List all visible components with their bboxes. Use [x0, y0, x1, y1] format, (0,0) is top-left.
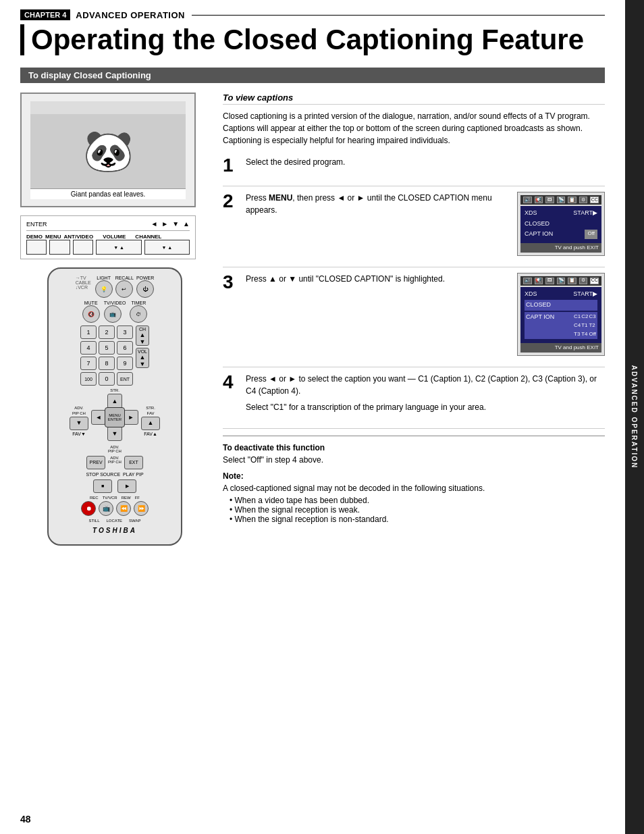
caption-label-2: CAPT ION — [526, 313, 554, 338]
section-bar: To display Closed Captioning — [20, 68, 605, 83]
rew-btn[interactable]: ⏪ — [116, 501, 131, 516]
note-intro: A closed-captioned signal may not be dec… — [223, 484, 605, 493]
nav-diamond: ▲ ▼ ◄ ► MENUENTER — [91, 394, 138, 441]
stop-play-row: STOP SOURCE PLAY PIP — [54, 472, 176, 477]
simple-remote-panel: ENTER ◄ ► ▼ ▲ DEMO MENU ANT/VIDEO VOLUME… — [20, 215, 196, 259]
deactivate-text: Select "Off" in step 4 above. — [223, 455, 605, 465]
rec-label: REC — [90, 496, 99, 500]
menu-xds-row-2: XDS START▶ — [525, 290, 597, 299]
divider-1 — [223, 186, 605, 186]
num-7[interactable]: 7 — [80, 357, 97, 370]
c3: C3 — [589, 313, 596, 321]
note-item-1: When a video tape has been dubbed. — [230, 496, 605, 505]
ent-btn[interactable]: ENT — [117, 372, 133, 386]
ff-btn[interactable]: ⏩ — [134, 501, 149, 516]
tvvideo-label: TV/VIDEO — [104, 301, 126, 305]
num-9[interactable]: 9 — [117, 357, 133, 370]
menu-xds-row: XDS START▶ — [525, 209, 597, 218]
channel-btn[interactable]: ▼ ▲ — [144, 240, 190, 255]
start-label-2: START▶ — [573, 290, 597, 299]
nav-left[interactable]: ◄ — [91, 410, 106, 425]
menu-icons-row-2: 🔊 📢 🖼 📡 📋 ⚙ CC — [520, 276, 601, 286]
sidebar-label: ADVANCED OPERATION — [631, 365, 639, 469]
vol-up-down[interactable]: VOL▲▼ — [136, 348, 149, 368]
play-btn[interactable]: ▶ — [117, 479, 136, 493]
fav-a-label: FAV▲ — [144, 432, 157, 436]
remote-enter-label: ENTER — [26, 221, 47, 228]
still-locate-swap-labels: STILL LOCATE SWAP — [54, 519, 176, 523]
step-2-menu: 🔊 📢 🖼 📡 📋 ⚙ CC — [517, 192, 605, 256]
num-1[interactable]: 1 — [80, 325, 97, 339]
large-remote-container: →TV CABLE ↓VCR LIGHT 💡 RECALL ↩ — [41, 267, 189, 546]
menu-closed-highlight: CLOSED — [525, 300, 597, 311]
menu-screenshot-1: 🔊 📢 🖼 📡 📋 ⚙ CC — [517, 192, 605, 256]
closed-label-2: CLOSED — [526, 301, 551, 310]
menu-caption-row: CAPT ION Off — [525, 230, 597, 239]
ch-up-down[interactable]: CH▲▼ — [136, 325, 149, 346]
step-2-num: 2 — [223, 192, 239, 211]
step-3-with-img: Press ▲ or ▼ until "CLOSED CAPTION" is h… — [246, 273, 605, 356]
num-2[interactable]: 2 — [99, 325, 115, 339]
t4: T4 — [581, 330, 588, 338]
menu-enter-btn[interactable]: MENUENTER — [105, 407, 125, 427]
num-3[interactable]: 3 — [117, 325, 133, 339]
light-btn[interactable]: 💡 — [95, 280, 113, 298]
nav-down[interactable]: ▼ — [107, 426, 122, 441]
left-column: 🐼 Giant pandas eat leaves. ENTER ◄ ► ▼ ▲ — [20, 93, 209, 546]
step-2-text: Press MENU, then press ◄ or ► until the … — [246, 192, 510, 256]
icon-gear-2: ⚙ — [579, 278, 588, 284]
note-list: When a video tape has been dubbed. When … — [223, 496, 605, 524]
step-2: 2 Press MENU, then press ◄ or ► until th… — [223, 192, 605, 256]
caption-label: CAPT ION — [525, 230, 553, 239]
adv-pип-ch-label-left: ADV. — [74, 406, 83, 410]
power-btn[interactable]: ⏻ — [136, 280, 154, 298]
str-left-label: STR. — [110, 388, 119, 392]
fav-down-btn[interactable]: ▼ — [70, 417, 88, 430]
prev-btn[interactable]: PREV — [86, 456, 105, 469]
xds-label-2: XDS — [525, 290, 537, 299]
stop-btn[interactable]: ■ — [93, 479, 112, 493]
ext-btn[interactable]: EXT — [124, 456, 143, 469]
step-4-sub: Select "C1" for a transcription of the p… — [246, 401, 605, 413]
num-4[interactable]: 4 — [80, 341, 97, 355]
num-0[interactable]: 0 — [99, 372, 115, 386]
toshiba-logo: TOSHIBA — [54, 527, 176, 534]
t3: T3 — [574, 330, 581, 338]
recall-btn[interactable]: ↩ — [115, 280, 133, 298]
num-6[interactable]: 6 — [117, 341, 133, 355]
rec-btn[interactable]: ⏺ — [81, 501, 96, 516]
menu-screenshot-2: 🔊 📢 🖼 📡 📋 ⚙ CC — [517, 273, 605, 356]
nav-up[interactable]: ▲ — [107, 394, 122, 409]
menu-closed-row: CLOSED — [525, 219, 597, 229]
step-4: 4 Press ◄ or ► to select the caption you… — [223, 373, 605, 417]
recall-label: RECALL — [115, 276, 134, 280]
tvvcr-btn[interactable]: 📺 — [99, 501, 113, 516]
large-remote: →TV CABLE ↓VCR LIGHT 💡 RECALL ↩ — [47, 267, 182, 546]
demo-btn[interactable] — [26, 240, 47, 255]
tvvideo-btn[interactable]: 📺 — [104, 305, 122, 323]
volume-btn[interactable]: ▼ ▲ — [96, 240, 141, 255]
mute-btn[interactable]: 🔇 — [82, 305, 100, 323]
num-8[interactable]: 8 — [99, 357, 115, 370]
stop-play-btns: ■ ▶ — [54, 479, 176, 493]
num-100[interactable]: 100 — [80, 372, 97, 386]
divider-3 — [223, 367, 605, 367]
step-1-text: Select the desired program. — [246, 157, 345, 167]
pip-ext-row: PREV ADV. PIP CH EXT — [54, 456, 176, 469]
note-item-3: When the signal reception is non-standar… — [230, 515, 605, 524]
adv-pip-ch-bottom-label: ADV.PIP CH — [108, 445, 122, 453]
channel-label: CHANNEL — [135, 234, 161, 240]
num-5[interactable]: 5 — [99, 341, 115, 355]
deactivate-section: To deactivate this function Select "Off"… — [223, 436, 605, 524]
menu-btn[interactable] — [49, 240, 70, 255]
nav-right[interactable]: ► — [124, 410, 138, 425]
step-2-content: Press MENU, then press ◄ or ► until the … — [246, 192, 605, 256]
timer-btn[interactable]: ⏱ — [130, 305, 147, 323]
intro-text: Closed captioning is a printed version o… — [223, 110, 605, 147]
fav-right-btn[interactable]: ▲ — [141, 417, 160, 430]
tv-label: →TV — [76, 276, 91, 280]
arrow-left: ◄ — [151, 220, 157, 228]
stop-label: STOP SOURCE — [86, 472, 120, 477]
play-label: PLAY PIP — [123, 472, 143, 477]
antvideo-btn[interactable] — [73, 240, 93, 255]
